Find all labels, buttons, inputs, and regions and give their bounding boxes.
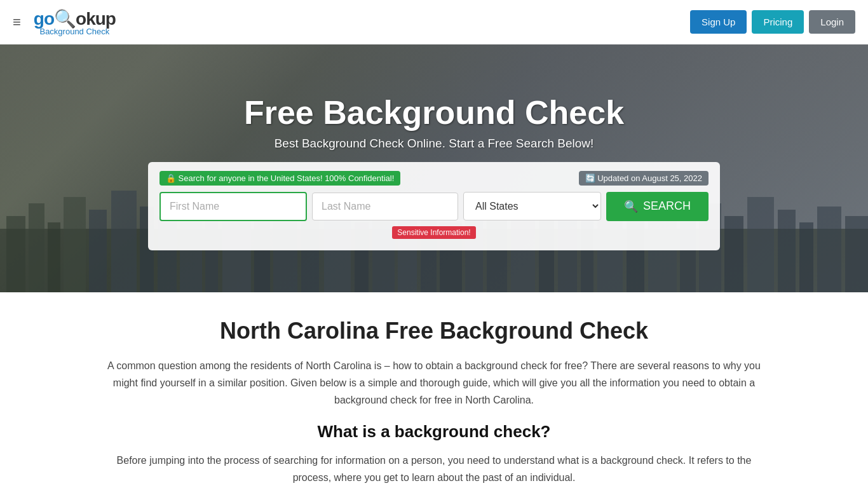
state-select[interactable]: All States Alabama Alaska Arizona Arkans… (463, 192, 601, 220)
updated-badge: 🔄 Updated on August 25, 2022 (579, 171, 709, 186)
header: ≡ go🔍okup Background Check Sign Up Prici… (0, 0, 868, 44)
search-button-label: SEARCH (643, 200, 691, 213)
hamburger-menu-icon[interactable]: ≡ (13, 14, 21, 30)
search-container: 🔒 Search for anyone in the United States… (148, 162, 720, 250)
main-content: North Carolina Free Background Check A c… (85, 292, 783, 488)
section2-paragraph1: Before jumping into the process of searc… (97, 452, 771, 486)
search-top-bar: 🔒 Search for anyone in the United States… (159, 171, 709, 186)
sensitive-badge: Sensitive Information! (392, 226, 475, 239)
section1-title: North Carolina Free Background Check (97, 318, 771, 344)
last-name-input[interactable] (312, 193, 458, 220)
hero-section: Free Background Check Best Background Ch… (0, 44, 868, 292)
logo-subtitle: Background Check (39, 27, 109, 36)
search-button[interactable]: 🔍 SEARCH (606, 192, 709, 221)
search-icon: 🔍 (624, 200, 638, 214)
hero-title: Free Background Check (0, 93, 868, 132)
hero-subtitle: Best Background Check Online. Start a Fr… (0, 137, 868, 151)
pricing-button[interactable]: Pricing (752, 10, 804, 34)
first-name-input[interactable] (159, 192, 307, 221)
login-button[interactable]: Login (809, 10, 855, 34)
logo[interactable]: go🔍okup Background Check (34, 8, 116, 36)
search-fields: All States Alabama Alaska Arizona Arkans… (159, 192, 709, 221)
signup-button[interactable]: Sign Up (690, 10, 747, 34)
hero-content: Free Background Check Best Background Ch… (0, 81, 868, 257)
header-left: ≡ go🔍okup Background Check (13, 8, 116, 36)
section2-title: What is a background check? (97, 422, 771, 442)
confidential-badge: 🔒 Search for anyone in the United States… (159, 171, 400, 186)
section1-paragraph: A common question among the residents of… (97, 357, 771, 409)
header-nav: Sign Up Pricing Login (690, 10, 855, 34)
